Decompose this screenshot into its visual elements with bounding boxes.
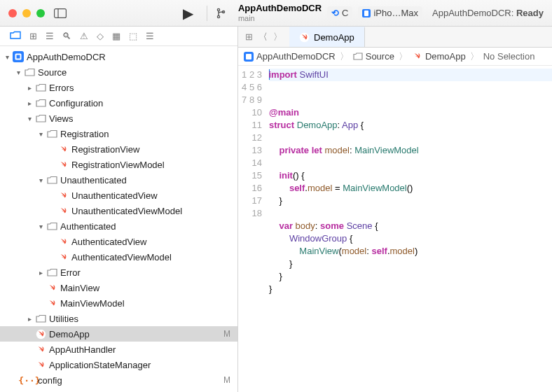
test-navigator-tab[interactable]: ◇ [97, 31, 104, 41]
tree-label: Views [49, 113, 73, 124]
code-content[interactable]: import SwiftUI @main struct DemoApp: App… [269, 66, 552, 392]
tab-demoapp[interactable]: DemoApp [289, 27, 365, 47]
tree-label: Errors [49, 83, 74, 93]
tree-row-unauthenticatedviewmodel[interactable]: UnauthenticatedViewModel [0, 203, 237, 218]
tree-row-unauthenticatedview[interactable]: UnauthenticatedView [0, 188, 237, 203]
tree-row-demoapp[interactable]: DemoAppM [0, 326, 237, 342]
disclosure-open-icon[interactable]: ▾ [3, 53, 11, 61]
tree-row-views[interactable]: ▾Views [0, 111, 237, 126]
tree-row-configuration[interactable]: ▸Configuration [0, 95, 237, 111]
project-icon [244, 52, 254, 62]
disclosure-open-icon[interactable]: ▾ [36, 176, 45, 184]
folder-icon [46, 128, 57, 139]
disclosure-closed-icon[interactable]: ▸ [25, 99, 34, 107]
tree-row-authenticatedview[interactable]: AuthenticatedView [0, 234, 237, 249]
related-items-button[interactable]: ⊞ [245, 31, 253, 42]
swift-icon [57, 205, 69, 216]
disclosure-closed-icon[interactable]: ▸ [36, 269, 45, 276]
chevron-right-icon: 〉 [399, 50, 408, 63]
symbol-navigator-tab[interactable]: ☰ [46, 31, 54, 41]
device-icon [362, 9, 371, 18]
tree-row-applicationstatemanager[interactable]: ApplicationStateManager [0, 357, 237, 372]
tree-row-utilities[interactable]: ▸Utilities [0, 311, 237, 326]
disclosure-closed-icon[interactable]: ▸ [25, 84, 34, 92]
back-button[interactable]: 〈 [258, 31, 268, 43]
svg-point-19 [36, 344, 46, 354]
tree-row-errors[interactable]: ▸Errors [0, 80, 237, 95]
tree-row-appauthdemodcr[interactable]: ▾AppAuthDemoDCR [0, 49, 237, 64]
tree-label: UnauthenticatedViewModel [71, 206, 182, 216]
tree-row-config[interactable]: {··}configM [0, 372, 237, 388]
tree-label: AppAuthHandler [49, 344, 116, 355]
source-control-navigator-tab[interactable]: ⊞ [29, 31, 37, 41]
crumb-folder[interactable]: Source [366, 51, 394, 62]
toggle-sidebar-button[interactable] [50, 6, 70, 21]
tree-label: Error [60, 267, 81, 278]
tree-row-source[interactable]: ▾Source [0, 64, 237, 80]
crumb-file[interactable]: DemoApp [425, 51, 466, 62]
tree-row-registration[interactable]: ▾Registration [0, 126, 237, 141]
proj-icon [13, 51, 24, 62]
crumb-project[interactable]: AppAuthDemoDCR [256, 51, 336, 62]
tree-row-authenticatedviewmodel[interactable]: AuthenticatedViewModel [0, 249, 237, 265]
disclosure-open-icon[interactable]: ▾ [36, 223, 45, 230]
tree-row-mainview[interactable]: MainView [0, 280, 237, 295]
scheme-selector[interactable]: AppAuthDemoDCR main [238, 4, 322, 22]
tree-row-registrationview[interactable]: RegistrationView [0, 141, 237, 157]
source-editor[interactable]: 1 2 3 4 5 6 7 8 9 10 11 12 13 14 15 16 1… [238, 66, 552, 392]
svg-point-13 [58, 206, 68, 216]
swift-icon [57, 144, 69, 155]
svg-point-14 [58, 237, 68, 246]
crumb-selection[interactable]: No Selection [483, 51, 535, 62]
tree-row-mainviewmodel[interactable]: MainViewModel [0, 295, 237, 311]
project-tree[interactable]: ▾AppAuthDemoDCR▾Source▸Errors▸Configurat… [0, 46, 237, 392]
issue-navigator-tab[interactable]: ⚠︎ [80, 31, 88, 41]
line-gutter: 1 2 3 4 5 6 7 8 9 10 11 12 13 14 15 16 1… [238, 66, 269, 392]
breakpoint-navigator-tab[interactable]: ⬚ [129, 31, 137, 41]
tree-label: config [38, 375, 62, 386]
report-navigator-tab[interactable]: ☰ [146, 31, 154, 41]
folder-icon [35, 82, 46, 93]
tree-label: AuthenticatedView [71, 237, 146, 247]
project-navigator-tab[interactable] [10, 31, 21, 41]
run-button[interactable]: ▶ [179, 6, 198, 21]
disclosure-open-icon[interactable]: ▾ [36, 130, 45, 138]
disclosure-closed-icon[interactable]: ▸ [25, 315, 34, 323]
disclosure-open-icon[interactable]: ▾ [14, 69, 22, 76]
folder-icon [35, 113, 46, 124]
tree-row-registrationviewmodel[interactable]: RegistrationViewModel [0, 157, 237, 172]
folder-icon [46, 174, 57, 186]
tree-row-appauthhandler[interactable]: AppAuthHandler [0, 342, 237, 357]
close-window-button[interactable] [8, 9, 17, 18]
titlebar: ▶ AppAuthDemoDCR main ⟲ C iPho…Max AppAu… [0, 0, 552, 27]
tree-row-error[interactable]: ▸Error [0, 265, 237, 280]
tree-row-authenticated[interactable]: ▾Authenticated [0, 218, 237, 234]
disclosure-open-icon[interactable]: ▾ [25, 115, 34, 122]
editor-tab-bar: ⊞ 〈 〉 DemoApp [238, 27, 552, 48]
svg-rect-23 [246, 54, 251, 59]
forward-button[interactable]: 〉 [273, 31, 282, 43]
swift-icon [57, 159, 69, 170]
svg-point-11 [58, 160, 68, 169]
editor-area: ⊞ 〈 〉 DemoApp AppAuthDemoDCR 〉 Source 〉 … [238, 27, 552, 392]
destination-1-label: C [342, 8, 348, 18]
swift-icon [46, 282, 57, 293]
tree-row-unauthenticated[interactable]: ▾Unauthenticated [0, 172, 237, 188]
zoom-window-button[interactable] [36, 9, 45, 18]
debug-navigator-tab[interactable]: ▦ [112, 31, 120, 41]
swift-file-icon [412, 51, 422, 62]
svg-point-12 [58, 190, 68, 200]
tree-label: AppAuthDemoDCR [27, 52, 106, 62]
scm-status-badge: M [223, 329, 230, 339]
chevron-right-icon: 〉 [470, 50, 479, 63]
tab-label: DemoApp [314, 32, 354, 43]
swift-icon [35, 328, 46, 340]
minimize-window-button[interactable] [22, 9, 31, 18]
destination-pill-2[interactable]: iPho…Max [358, 6, 422, 20]
find-navigator-tab[interactable]: 🔍︎ [62, 31, 71, 41]
destination-2-label: iPho…Max [373, 8, 418, 18]
destination-pill-1[interactable]: ⟲ C [327, 6, 352, 20]
swift-icon [57, 236, 69, 247]
jump-bar[interactable]: AppAuthDemoDCR 〉 Source 〉 DemoApp 〉 No S… [238, 48, 552, 66]
tree-label: Registration [60, 129, 109, 139]
